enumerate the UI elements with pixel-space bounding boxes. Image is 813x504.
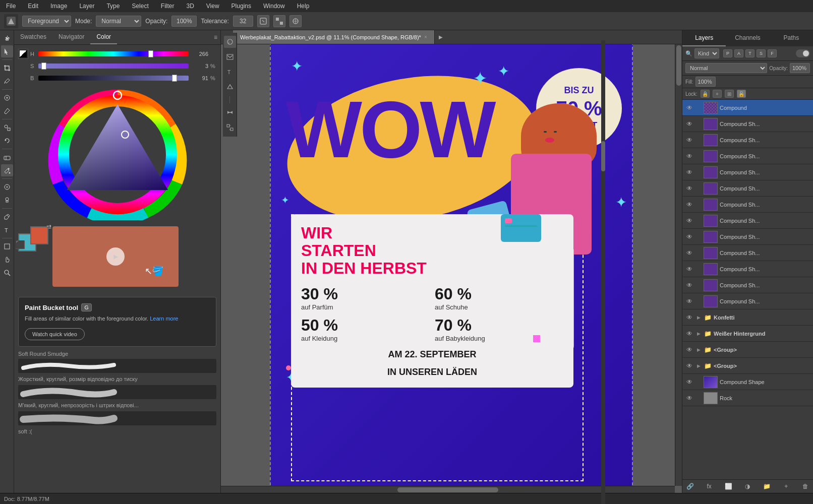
filter-adjust-icon[interactable]: A bbox=[734, 49, 743, 57]
layers-adjustment-icon[interactable]: ◑ bbox=[743, 482, 752, 491]
hue-track[interactable] bbox=[38, 51, 189, 56]
layer-item-4[interactable]: 👁 Compound Sh... bbox=[682, 164, 813, 180]
video-preview-card[interactable]: ▶ ↖🪣 bbox=[52, 226, 179, 287]
foreground-color-box[interactable] bbox=[30, 226, 48, 244]
layer-visibility-cs[interactable]: 👁 bbox=[685, 378, 693, 386]
menu-edit[interactable]: Edit bbox=[26, 2, 40, 11]
layer-item-group2[interactable]: 👁 ▶ 📁 <Group> bbox=[682, 358, 813, 374]
lock-artboard-icon[interactable]: ⊞ bbox=[725, 90, 734, 98]
color-wheel-container[interactable] bbox=[18, 87, 216, 224]
brush-preview-3[interactable] bbox=[18, 411, 216, 425]
side-tool-3[interactable]: T bbox=[224, 66, 236, 78]
tab-layers[interactable]: Layers bbox=[682, 30, 726, 46]
layer-expand-group1[interactable]: ▶ bbox=[695, 347, 702, 353]
anti-alias-btn[interactable] bbox=[257, 15, 269, 27]
filter-shape-icon[interactable]: S bbox=[757, 49, 766, 57]
brightness-thumb[interactable] bbox=[172, 75, 177, 82]
layer-visibility-2[interactable]: 👁 bbox=[685, 136, 693, 144]
tool-blur[interactable] bbox=[1, 181, 13, 193]
blend-mode-dropdown[interactable]: Normal bbox=[685, 63, 767, 73]
layer-item-11[interactable]: 👁 Compound Sh... bbox=[682, 277, 813, 293]
tool-eraser[interactable] bbox=[1, 151, 13, 163]
color-boxes[interactable]: ⬛ ⇄ bbox=[18, 226, 48, 251]
menu-select[interactable]: Select bbox=[130, 2, 150, 11]
brush-preview-2[interactable] bbox=[18, 385, 216, 399]
layer-expand-2[interactable] bbox=[695, 137, 702, 143]
layer-item-rock[interactable]: 👁 Rock bbox=[682, 390, 813, 406]
layer-item-konfetti[interactable]: 👁 ▶ 📁 Konfetti bbox=[682, 309, 813, 326]
layer-expand-cs[interactable] bbox=[695, 379, 702, 385]
tool-shape[interactable] bbox=[1, 240, 13, 253]
layer-expand-group2[interactable]: ▶ bbox=[695, 363, 702, 369]
layer-visibility-group1[interactable]: 👁 bbox=[685, 346, 693, 354]
filter-pixel-icon[interactable]: P bbox=[723, 49, 732, 57]
layer-expand-konfetti[interactable]: ▶ bbox=[695, 314, 702, 321]
menu-view[interactable]: View bbox=[204, 2, 221, 11]
tool-hand[interactable] bbox=[1, 254, 13, 266]
layer-expand-5[interactable] bbox=[695, 185, 702, 192]
opacity-input[interactable] bbox=[171, 16, 197, 27]
lock-transparent-icon[interactable]: 🔒 bbox=[701, 90, 710, 98]
layer-visibility-12[interactable]: 👁 bbox=[685, 297, 693, 305]
saturation-track[interactable] bbox=[38, 64, 189, 69]
default-colors-icon[interactable]: ⬛ bbox=[15, 240, 25, 249]
tool-history[interactable] bbox=[1, 135, 13, 147]
filter-type-icon[interactable]: T bbox=[745, 49, 754, 57]
color-wheel-svg[interactable] bbox=[47, 89, 188, 220]
layer-visibility-5[interactable]: 👁 bbox=[685, 184, 693, 193]
panel-collapse-icon[interactable]: ≡ bbox=[213, 33, 218, 42]
layer-visibility-weisser[interactable]: 👁 bbox=[685, 330, 693, 338]
layer-visibility-rock[interactable]: 👁 bbox=[685, 394, 693, 402]
menu-type[interactable]: Type bbox=[104, 2, 122, 11]
layer-expand-6[interactable] bbox=[695, 202, 702, 208]
tool-zoom[interactable] bbox=[1, 267, 13, 279]
layers-delete-icon[interactable]: 🗑 bbox=[801, 482, 810, 491]
layer-visibility-10[interactable]: 👁 bbox=[685, 265, 693, 273]
layer-item-0[interactable]: 👁 Compound bbox=[682, 100, 813, 116]
layer-visibility-11[interactable]: 👁 bbox=[685, 281, 693, 289]
menu-window[interactable]: Window bbox=[261, 2, 287, 11]
layer-expand-4[interactable] bbox=[695, 169, 702, 175]
opacity-input[interactable] bbox=[790, 63, 810, 73]
brush-preview-1[interactable] bbox=[18, 359, 216, 373]
lock-all-icon[interactable]: 🔓 bbox=[737, 90, 746, 98]
play-button[interactable]: ▶ bbox=[106, 247, 125, 266]
side-tool-5[interactable] bbox=[224, 106, 236, 118]
layer-visibility-4[interactable]: 👁 bbox=[685, 168, 693, 176]
layer-visibility-konfetti[interactable]: 👁 bbox=[685, 313, 693, 322]
layers-fx-icon[interactable]: fx bbox=[705, 482, 714, 491]
layer-visibility-group2[interactable]: 👁 bbox=[685, 362, 693, 370]
canvas-tab-main[interactable]: Werbeplakat_Rabattaktion_v2.psd @ 11.1% … bbox=[233, 30, 435, 44]
side-tool-2[interactable] bbox=[224, 51, 236, 63]
menu-image[interactable]: Image bbox=[48, 2, 69, 11]
layer-item-12[interactable]: 👁 Compound Sh... bbox=[682, 293, 813, 309]
layer-item-10[interactable]: 👁 Compound Sh... bbox=[682, 261, 813, 277]
layer-visibility-9[interactable]: 👁 bbox=[685, 249, 693, 257]
layers-mask-icon[interactable]: ⬜ bbox=[724, 482, 733, 491]
tab-paths[interactable]: Paths bbox=[770, 30, 813, 46]
hue-thumb[interactable] bbox=[148, 50, 153, 57]
tooltip-learn-more-link[interactable]: Learn more bbox=[150, 316, 178, 322]
layers-folder-icon[interactable]: 📁 bbox=[763, 482, 772, 491]
layer-item-2[interactable]: 👁 Compound Sh... bbox=[682, 132, 813, 148]
layers-filter-dropdown[interactable]: Kind bbox=[694, 48, 719, 58]
side-tool-6[interactable] bbox=[224, 121, 236, 134]
layer-expand-0[interactable] bbox=[695, 105, 702, 111]
layer-item-6[interactable]: 👁 Compound Sh... bbox=[682, 197, 813, 213]
lock-position-icon[interactable]: + bbox=[713, 90, 722, 98]
layer-visibility-1[interactable]: 👁 bbox=[685, 120, 693, 128]
tool-eyedropper[interactable] bbox=[1, 75, 13, 87]
tab-navigator[interactable]: Navigator bbox=[52, 30, 90, 44]
foreground-color-swatch[interactable] bbox=[18, 49, 28, 59]
brightness-track[interactable] bbox=[38, 76, 189, 81]
layer-expand-1[interactable] bbox=[695, 121, 702, 127]
menu-3d[interactable]: 3D bbox=[184, 2, 196, 11]
tool-paint-bucket[interactable] bbox=[1, 164, 13, 176]
tab-channels[interactable]: Channels bbox=[726, 30, 769, 46]
saturation-thumb[interactable] bbox=[41, 62, 46, 70]
layer-visibility-0[interactable]: 👁 bbox=[685, 104, 693, 112]
canvas-tab-close[interactable]: × bbox=[424, 34, 427, 40]
tool-crop[interactable] bbox=[1, 62, 13, 74]
layer-expand-7[interactable] bbox=[695, 218, 702, 224]
layer-item-1[interactable]: 👁 Compound Sh... bbox=[682, 116, 813, 132]
